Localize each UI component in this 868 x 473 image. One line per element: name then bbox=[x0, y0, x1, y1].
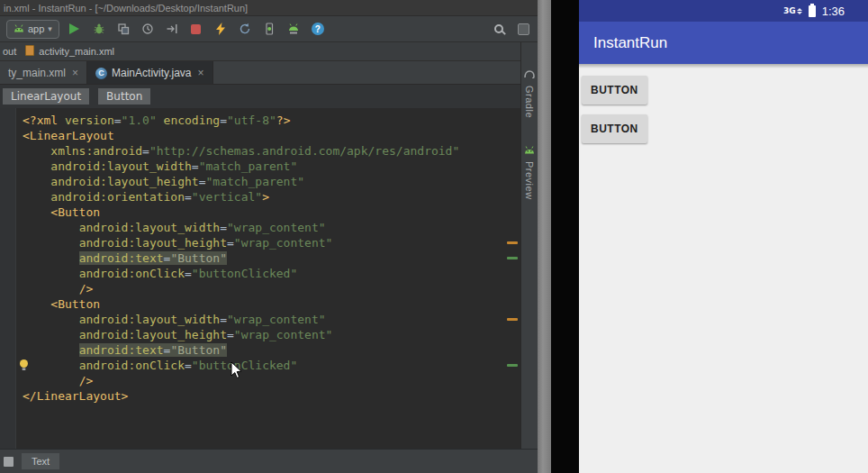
code-token: "http://schemas.android.com/apk/res/andr… bbox=[149, 144, 459, 158]
coverage-icon[interactable] bbox=[115, 21, 131, 37]
code-token: <Button bbox=[50, 205, 100, 219]
code-token: <?xml bbox=[23, 114, 65, 127]
code-line: android:layout_width="match_parent" bbox=[23, 159, 506, 174]
code-token: = bbox=[192, 159, 199, 173]
code-token: android:text bbox=[79, 343, 164, 357]
code-token: = bbox=[220, 313, 227, 326]
instant-run-icon[interactable] bbox=[212, 21, 229, 37]
device-button-1[interactable]: BUTTON bbox=[582, 76, 647, 105]
navbar-item[interactable]: activity_main.xml bbox=[25, 45, 114, 58]
code-token bbox=[23, 343, 79, 357]
android-studio-window: in.xml - InstantRun - [~/Downloads/Deskt… bbox=[0, 0, 538, 473]
breadcrumb-chip[interactable]: Button bbox=[98, 88, 150, 105]
code-token: = bbox=[185, 190, 192, 204]
help-icon[interactable]: ? bbox=[310, 21, 326, 37]
run-config-label: app bbox=[28, 23, 44, 34]
sdk-manager-icon[interactable] bbox=[285, 21, 302, 37]
code-token bbox=[23, 267, 79, 280]
code-lines[interactable]: <?xml version="1.0" encoding="utf-8"?><L… bbox=[17, 108, 506, 404]
tool-rail-gradle[interactable]: Gradle bbox=[521, 66, 538, 118]
tool-rail-label: Gradle bbox=[524, 86, 535, 118]
android-head-icon bbox=[524, 141, 535, 158]
code-editor[interactable]: <?xml version="1.0" encoding="utf-8"?><L… bbox=[0, 108, 520, 449]
xml-breadcrumbs: LinearLayoutButton bbox=[0, 85, 520, 108]
attach-debugger-icon[interactable] bbox=[164, 21, 180, 37]
code-line: android:onClick="buttonClicked" bbox=[23, 266, 506, 281]
code-token: "vertical" bbox=[192, 190, 262, 204]
navigation-bar: outactivity_main.xml bbox=[0, 42, 538, 61]
run-icon[interactable] bbox=[67, 21, 83, 37]
editor-tab-MainActivity-java[interactable]: CMainActivity.java× bbox=[87, 61, 213, 84]
code-token bbox=[23, 313, 79, 326]
tab-text-mode[interactable]: Text bbox=[22, 453, 59, 469]
code-token: ?> bbox=[276, 114, 291, 127]
run-config-selector[interactable]: app ▾ bbox=[6, 20, 59, 39]
code-token: android:layout_width bbox=[79, 221, 221, 234]
search-icon[interactable] bbox=[491, 21, 507, 37]
code-token: android:text bbox=[79, 251, 164, 265]
avd-manager-icon[interactable] bbox=[261, 21, 277, 37]
code-token: "Button" bbox=[170, 251, 227, 265]
code-line: /> bbox=[23, 373, 506, 388]
code-token: = bbox=[227, 328, 234, 341]
stop-icon[interactable] bbox=[188, 21, 204, 37]
window-titlebar[interactable]: in.xml - InstantRun - [~/Downloads/Deskt… bbox=[0, 0, 538, 16]
code-line: <Button bbox=[23, 296, 506, 312]
code-token bbox=[23, 297, 50, 311]
bottom-bar: Text bbox=[0, 449, 538, 473]
code-token: "match_parent" bbox=[206, 175, 305, 188]
close-tab-icon[interactable]: × bbox=[198, 67, 204, 79]
debug-icon[interactable] bbox=[91, 21, 107, 37]
screenshot: in.xml - InstantRun - [~/Downloads/Deskt… bbox=[0, 0, 868, 473]
code-line: <LinearLayout bbox=[23, 128, 506, 143]
code-token: "wrap_content" bbox=[227, 221, 326, 234]
stripe-mark bbox=[507, 241, 518, 244]
window-divider[interactable] bbox=[538, 0, 551, 473]
code-token: = bbox=[185, 359, 192, 372]
network-3g-icon: 3G bbox=[783, 6, 802, 15]
code-token: <LinearLayout bbox=[23, 129, 114, 142]
intention-bulb-icon[interactable] bbox=[18, 359, 30, 371]
code-token: android:layout_height bbox=[50, 175, 198, 188]
code-token bbox=[157, 114, 164, 127]
code-token: android:layout_width bbox=[50, 159, 192, 173]
code-token bbox=[23, 221, 79, 234]
code-token: "wrap_content" bbox=[227, 313, 326, 326]
tool-rail-preview[interactable]: Preview bbox=[521, 141, 538, 200]
code-token: = bbox=[227, 236, 234, 250]
code-token: xmlns:android bbox=[50, 144, 142, 158]
gradle-icon bbox=[524, 66, 535, 82]
code-line: android:onClick="buttonClicked" bbox=[23, 358, 506, 373]
code-token: version bbox=[65, 114, 114, 127]
code-line: <?xml version="1.0" encoding="utf-8"?> bbox=[23, 113, 506, 128]
toolwindow-toggle-icon[interactable] bbox=[4, 457, 14, 467]
code-token: encoding bbox=[164, 114, 221, 127]
code-token: </LinearLayout> bbox=[23, 389, 128, 403]
panel-toggle-icon[interactable] bbox=[515, 21, 531, 37]
main-toolbar: app ▾ ? bbox=[0, 16, 538, 42]
close-tab-icon[interactable]: × bbox=[72, 67, 78, 79]
device-button-2[interactable]: BUTTON bbox=[582, 114, 647, 143]
code-token: "wrap_content" bbox=[234, 236, 333, 250]
breadcrumb-chip[interactable]: LinearLayout bbox=[3, 88, 89, 105]
device-status-bar: 3G 1:36 bbox=[579, 0, 868, 22]
code-line: <Button bbox=[23, 205, 506, 220]
chevron-down-icon: ▾ bbox=[48, 24, 52, 33]
xml-file-icon bbox=[25, 45, 34, 58]
device-content: BUTTONBUTTON bbox=[579, 68, 868, 143]
code-line: android:layout_height="wrap_content" bbox=[23, 235, 506, 250]
code-line: android:layout_height="match_parent" bbox=[23, 174, 506, 189]
editor-tab-ty_main-xml[interactable]: ty_main.xml× bbox=[0, 61, 87, 84]
code-token: "buttonClicked" bbox=[192, 267, 297, 280]
navbar-item[interactable]: out bbox=[3, 46, 16, 57]
code-token: android:onClick bbox=[79, 359, 185, 372]
profiler-icon[interactable] bbox=[140, 21, 156, 37]
mouse-cursor bbox=[231, 361, 243, 380]
code-token bbox=[23, 282, 79, 296]
status-time: 1:36 bbox=[822, 5, 845, 18]
sync-project-icon[interactable] bbox=[237, 21, 253, 37]
code-line: android:layout_width="wrap_content" bbox=[23, 312, 506, 327]
code-line: android:orientation="vertical"> bbox=[23, 189, 506, 205]
code-token: "utf-8" bbox=[227, 114, 276, 127]
window-title: in.xml - InstantRun - [~/Downloads/Deskt… bbox=[4, 3, 248, 14]
